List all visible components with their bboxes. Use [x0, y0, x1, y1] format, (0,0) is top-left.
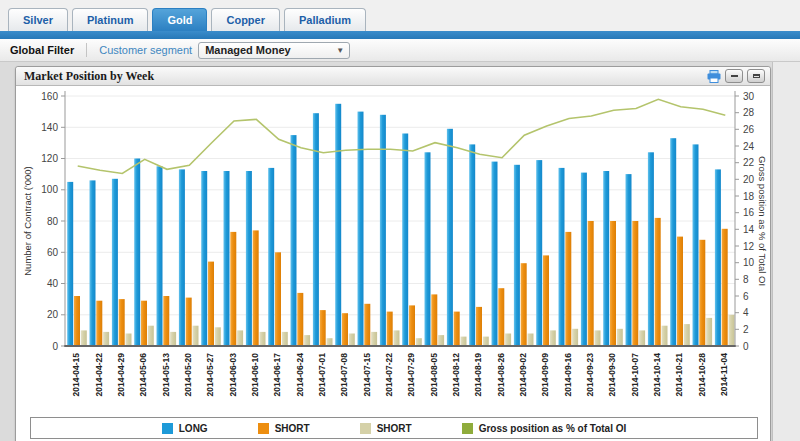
- svg-text:2014-07-15: 2014-07-15: [362, 353, 372, 397]
- right-gutter: [772, 62, 800, 441]
- accent-bar: [0, 31, 800, 39]
- tab-platinum-label: Platinum: [87, 14, 133, 26]
- global-filter-label: Global Filter: [0, 44, 74, 56]
- svg-text:2014-08-05: 2014-08-05: [429, 353, 439, 397]
- svg-text:2014-07-29: 2014-07-29: [406, 353, 416, 397]
- svg-text:2014-09-02: 2014-09-02: [518, 353, 528, 397]
- svg-text:120: 120: [41, 153, 58, 164]
- svg-text:140: 140: [41, 122, 58, 133]
- tab-silver[interactable]: Silver: [8, 8, 68, 31]
- svg-text:22: 22: [743, 157, 755, 168]
- svg-text:2014-09-16: 2014-09-16: [563, 353, 573, 397]
- svg-text:60: 60: [47, 247, 59, 258]
- svg-text:2014-06-03: 2014-06-03: [228, 353, 238, 397]
- legend-item-short: SHORT: [258, 423, 310, 434]
- svg-text:6: 6: [743, 291, 749, 302]
- dropdown-value: Managed Money: [205, 44, 291, 56]
- svg-text:2014-08-12: 2014-08-12: [451, 353, 461, 397]
- svg-text:2014-07-01: 2014-07-01: [317, 353, 327, 397]
- market-position-chart: 0204060801001201401600246810121416182022…: [17, 88, 768, 412]
- legend-label: LONG: [179, 423, 208, 434]
- svg-text:2014-04-15: 2014-04-15: [71, 353, 81, 397]
- svg-text:0: 0: [743, 341, 749, 352]
- svg-text:2014-05-20: 2014-05-20: [183, 353, 193, 397]
- svg-text:18: 18: [743, 191, 755, 202]
- svg-text:30: 30: [743, 91, 755, 102]
- svg-text:8: 8: [743, 274, 749, 285]
- svg-text:2014-07-22: 2014-07-22: [384, 353, 394, 397]
- long-swatch-icon: [162, 423, 173, 434]
- svg-text:2014-09-23: 2014-09-23: [585, 353, 595, 397]
- svg-text:Gross position as % of Total O: Gross position as % of Total OI: [757, 156, 768, 286]
- svg-text:100: 100: [41, 184, 58, 195]
- legend-item-short2: SHORT: [360, 423, 412, 434]
- svg-text:2014-09-09: 2014-09-09: [540, 353, 550, 397]
- svg-text:2014-07-08: 2014-07-08: [339, 353, 349, 397]
- tab-gold[interactable]: Gold: [152, 8, 207, 31]
- svg-text:12: 12: [743, 241, 755, 252]
- panel-header-icons: [707, 69, 765, 83]
- svg-text:4: 4: [743, 307, 749, 318]
- global-filter-bar: Global Filter Customer segment Managed M…: [0, 39, 800, 62]
- divider: [86, 43, 87, 57]
- tab-gold-label: Gold: [167, 14, 192, 26]
- svg-text:2014-06-17: 2014-06-17: [272, 353, 282, 397]
- svg-text:2014-05-13: 2014-05-13: [161, 353, 171, 397]
- panel-header: Market Position by Week: [16, 67, 770, 86]
- legend-item-gross: Gross position as % of Total OI: [462, 423, 627, 434]
- panel-body: 0204060801001201401600246810121416182022…: [16, 86, 770, 439]
- short-swatch-icon: [258, 423, 269, 434]
- tab-copper-label: Copper: [226, 14, 265, 26]
- tab-copper[interactable]: Copper: [211, 8, 280, 31]
- svg-text:2014-10-07: 2014-10-07: [630, 353, 640, 397]
- svg-text:2014-06-24: 2014-06-24: [295, 353, 305, 397]
- legend-label: SHORT: [377, 423, 412, 434]
- minimize-icon[interactable]: [725, 69, 743, 83]
- svg-text:10: 10: [743, 257, 755, 268]
- content-area: Market Position by Week 0204060801001201…: [0, 62, 800, 441]
- svg-text:40: 40: [47, 278, 59, 289]
- svg-text:2014-08-19: 2014-08-19: [473, 353, 483, 397]
- svg-text:0: 0: [52, 341, 58, 352]
- svg-text:2: 2: [743, 324, 749, 335]
- svg-text:20: 20: [47, 309, 59, 320]
- legend-label: Gross position as % of Total OI: [479, 423, 627, 434]
- svg-text:16: 16: [743, 207, 755, 218]
- svg-text:14: 14: [743, 224, 755, 235]
- tab-silver-label: Silver: [23, 14, 53, 26]
- svg-text:2014-09-30: 2014-09-30: [607, 353, 617, 397]
- tab-platinum[interactable]: Platinum: [72, 8, 148, 31]
- svg-text:2014-10-21: 2014-10-21: [674, 353, 684, 397]
- svg-text:2014-06-10: 2014-06-10: [250, 353, 260, 397]
- tab-palladium[interactable]: Palladium: [284, 8, 366, 31]
- market-position-panel: Market Position by Week 0204060801001201…: [15, 66, 771, 441]
- svg-text:160: 160: [41, 91, 58, 102]
- tab-palladium-label: Palladium: [299, 14, 351, 26]
- svg-text:2014-11-04: 2014-11-04: [719, 353, 729, 396]
- legend-item-long: LONG: [162, 423, 208, 434]
- customer-segment-dropdown[interactable]: Managed Money ▼: [198, 42, 350, 59]
- legend-label: SHORT: [275, 423, 310, 434]
- tab-bar: Silver Platinum Gold Copper Palladium: [0, 0, 800, 31]
- panel-title: Market Position by Week: [24, 67, 154, 85]
- svg-text:2014-04-22: 2014-04-22: [94, 353, 104, 397]
- svg-text:24: 24: [743, 141, 755, 152]
- print-icon[interactable]: [707, 70, 721, 83]
- restore-icon[interactable]: [747, 69, 765, 83]
- svg-text:2014-04-29: 2014-04-29: [116, 353, 126, 397]
- svg-text:2014-05-27: 2014-05-27: [205, 353, 215, 397]
- chart-legend: LONG SHORT SHORT Gross position as % of …: [30, 417, 758, 439]
- customer-segment-label: Customer segment: [99, 44, 192, 56]
- svg-text:80: 80: [47, 216, 59, 227]
- app-window: Silver Platinum Gold Copper Palladium Gl…: [0, 0, 800, 441]
- svg-text:2014-08-26: 2014-08-26: [496, 353, 506, 397]
- short2-swatch-icon: [360, 423, 371, 434]
- svg-text:28: 28: [743, 107, 755, 118]
- svg-text:20: 20: [743, 174, 755, 185]
- svg-text:2014-05-06: 2014-05-06: [138, 353, 148, 397]
- svg-text:Number of Contract ('000): Number of Contract ('000): [22, 166, 33, 276]
- chevron-down-icon: ▼: [336, 46, 344, 55]
- svg-text:2014-10-14: 2014-10-14: [652, 353, 662, 397]
- gross-swatch-icon: [462, 423, 473, 434]
- svg-text:26: 26: [743, 124, 755, 135]
